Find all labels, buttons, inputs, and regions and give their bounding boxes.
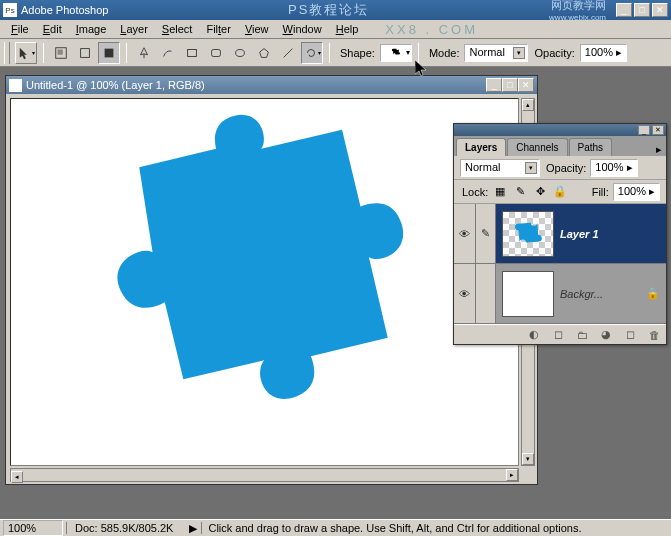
- mode-label: Mode:: [429, 47, 460, 59]
- title-overlay-text: PS教程论坛: [108, 1, 549, 19]
- fill-label: Fill:: [592, 186, 609, 198]
- layer-row[interactable]: 👁 Backgr... 🔒: [454, 264, 666, 324]
- panel-footer: ◐ ◻ 🗀 ◕ ◻ 🗑: [454, 324, 666, 344]
- line-shape-icon[interactable]: [277, 42, 299, 64]
- status-bar: 100% Doc: 585.9K/805.2K ▶ Click and drag…: [0, 519, 671, 536]
- doc-size-info[interactable]: Doc: 585.9K/805.2K: [66, 522, 181, 534]
- layer-mask-icon[interactable]: ◻: [550, 328, 566, 342]
- watermark-url: www.webjx.com: [549, 13, 606, 22]
- polygon-shape-icon[interactable]: [253, 42, 275, 64]
- lock-paint-icon[interactable]: ✎: [512, 184, 528, 200]
- app-titlebar: Ps Adobe Photoshop PS教程论坛 网页教学网 www.webj…: [0, 0, 671, 20]
- new-set-icon[interactable]: 🗀: [574, 328, 590, 342]
- tab-channels[interactable]: Channels: [507, 138, 567, 156]
- document-titlebar[interactable]: Untitled-1 @ 100% (Layer 1, RGB/8) _ □ ✕: [6, 76, 537, 94]
- adjustment-layer-icon[interactable]: ◕: [598, 328, 614, 342]
- puzzle-shape: [71, 109, 431, 449]
- scroll-right-button[interactable]: ▸: [506, 469, 518, 481]
- opacity-input[interactable]: 100% ▸: [580, 44, 627, 62]
- svg-rect-1: [58, 49, 63, 54]
- app-icon: Ps: [3, 3, 17, 17]
- rectangle-shape-icon[interactable]: [181, 42, 203, 64]
- new-layer-icon[interactable]: ◻: [622, 328, 638, 342]
- layer-thumbnail[interactable]: [502, 271, 554, 317]
- lock-position-icon[interactable]: ✥: [532, 184, 548, 200]
- layer-list: 👁 ✎ Layer 1 👁 Backgr... 🔒: [454, 204, 666, 324]
- visibility-toggle[interactable]: 👁: [454, 204, 476, 263]
- layer-blend-select[interactable]: Normal▾: [460, 159, 540, 177]
- options-bar: ▾ ▾ Shape: ▾ Mode: Normal ▾ Opacity: 100…: [0, 39, 671, 67]
- svg-line-7: [284, 48, 293, 57]
- menu-view[interactable]: View: [238, 21, 276, 37]
- scroll-left-button[interactable]: ◂: [11, 471, 23, 483]
- svg-rect-3: [105, 48, 114, 57]
- resize-grip[interactable]: [521, 468, 535, 482]
- visibility-toggle[interactable]: 👁: [454, 264, 476, 323]
- svg-rect-5: [212, 49, 221, 56]
- shape-layer-mode[interactable]: [50, 42, 72, 64]
- scroll-down-button[interactable]: ▾: [522, 453, 534, 465]
- app-title: Adobe Photoshop: [21, 4, 108, 16]
- link-toggle[interactable]: [476, 264, 496, 323]
- tab-layers[interactable]: Layers: [456, 138, 506, 156]
- rounded-rect-shape-icon[interactable]: [205, 42, 227, 64]
- shape-picker[interactable]: ▾: [380, 44, 412, 62]
- lock-all-icon[interactable]: 🔒: [552, 184, 568, 200]
- menu-file[interactable]: File: [4, 21, 36, 37]
- doc-close-button[interactable]: ✕: [518, 78, 534, 92]
- blend-mode-value: Normal: [469, 46, 504, 58]
- layer-name[interactable]: Backgr...: [560, 288, 646, 300]
- doc-maximize-button[interactable]: □: [502, 78, 518, 92]
- menu-image[interactable]: Image: [69, 21, 114, 37]
- panel-close-button[interactable]: ✕: [652, 125, 664, 135]
- scroll-up-button[interactable]: ▴: [522, 99, 534, 111]
- custom-shape-icon[interactable]: ▾: [301, 42, 323, 64]
- lock-transparency-icon[interactable]: ▦: [492, 184, 508, 200]
- menu-overlay-text: XX8 . COM: [385, 22, 478, 37]
- zoom-input[interactable]: 100%: [3, 520, 63, 536]
- panel-titlebar[interactable]: _ ✕: [454, 124, 666, 136]
- svg-rect-4: [188, 49, 197, 56]
- panel-menu-button[interactable]: ▸: [656, 143, 662, 156]
- blend-mode-select[interactable]: Normal ▾: [464, 44, 528, 62]
- path-mode[interactable]: [74, 42, 96, 64]
- minimize-button[interactable]: _: [616, 3, 632, 17]
- fill-input[interactable]: 100% ▸: [613, 183, 660, 201]
- horizontal-scrollbar[interactable]: ◂ ▸: [10, 468, 519, 482]
- panel-minimize-button[interactable]: _: [638, 125, 650, 135]
- panel-tabs: Layers Channels Paths ▸: [454, 136, 666, 156]
- layers-panel: _ ✕ Layers Channels Paths ▸ Normal▾ Opac…: [453, 123, 667, 345]
- layer-thumbnail[interactable]: [502, 211, 554, 257]
- doc-minimize-button[interactable]: _: [486, 78, 502, 92]
- ellipse-shape-icon[interactable]: [229, 42, 251, 64]
- svg-rect-2: [81, 48, 90, 57]
- menu-edit[interactable]: Edit: [36, 21, 69, 37]
- layer-opacity-input[interactable]: 100% ▸: [590, 159, 637, 177]
- freeform-pen-icon[interactable]: [157, 42, 179, 64]
- canvas[interactable]: [10, 98, 519, 466]
- menu-layer[interactable]: Layer: [113, 21, 155, 37]
- layer-name[interactable]: Layer 1: [560, 228, 666, 240]
- maximize-button[interactable]: □: [634, 3, 650, 17]
- menu-select[interactable]: Select: [155, 21, 200, 37]
- tab-paths[interactable]: Paths: [569, 138, 613, 156]
- close-button[interactable]: ✕: [652, 3, 668, 17]
- tool-preset-picker[interactable]: ▾: [15, 42, 37, 64]
- status-hint: Click and drag to draw a shape. Use Shif…: [201, 522, 671, 534]
- fill-pixels-mode[interactable]: [98, 42, 120, 64]
- blend-opacity-row: Normal▾ Opacity: 100% ▸: [454, 156, 666, 180]
- watermark-text: 网页教学网: [549, 0, 606, 13]
- layer-row[interactable]: 👁 ✎ Layer 1: [454, 204, 666, 264]
- status-menu-arrow[interactable]: ▶: [189, 522, 197, 535]
- menu-help[interactable]: Help: [329, 21, 366, 37]
- menu-filter[interactable]: Filter: [199, 21, 237, 37]
- menu-bar: File Edit Image Layer Select Filter View…: [0, 20, 671, 39]
- lock-fill-row: Lock: ▦ ✎ ✥ 🔒 Fill: 100% ▸: [454, 180, 666, 204]
- pen-tool-icon[interactable]: [133, 42, 155, 64]
- menu-window[interactable]: Window: [276, 21, 329, 37]
- options-grip[interactable]: [4, 42, 10, 64]
- workspace: Untitled-1 @ 100% (Layer 1, RGB/8) _ □ ✕…: [0, 67, 671, 519]
- link-toggle[interactable]: ✎: [476, 204, 496, 263]
- delete-layer-icon[interactable]: 🗑: [646, 328, 662, 342]
- layer-style-icon[interactable]: ◐: [526, 328, 542, 342]
